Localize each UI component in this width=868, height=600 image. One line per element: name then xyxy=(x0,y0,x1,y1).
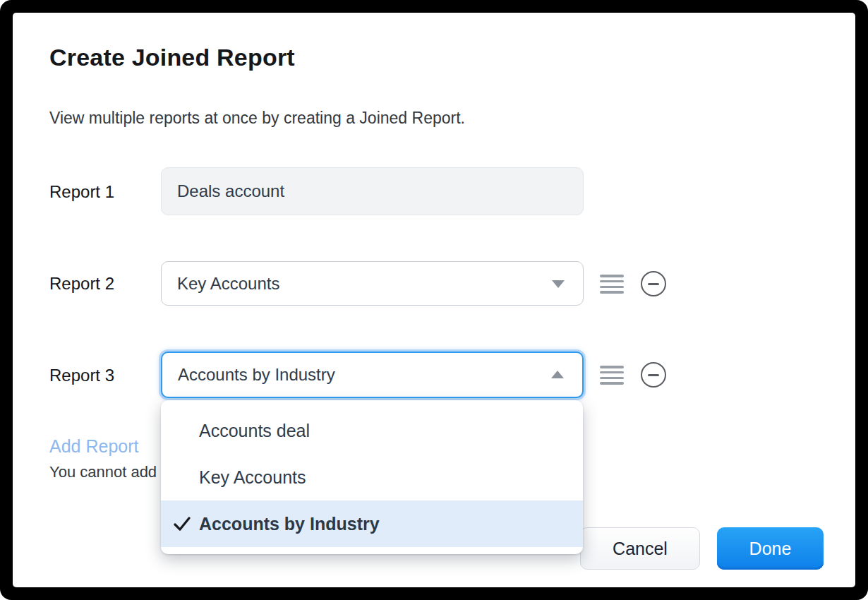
dropdown-option-accounts-deal[interactable]: Accounts deal xyxy=(161,407,583,454)
report-3-select[interactable]: Accounts by Industry xyxy=(161,352,584,398)
report-2-selected-value: Key Accounts xyxy=(177,274,279,294)
report-1-label: Report 1 xyxy=(49,182,114,202)
minus-icon xyxy=(648,374,659,376)
report-3-dropdown-menu: Accounts deal Key Accounts Accounts by I… xyxy=(161,400,583,554)
report-3-remove-button[interactable] xyxy=(641,362,666,388)
screen-frame: Create Joined Report View multiple repor… xyxy=(0,0,868,600)
report-2-drag-handle-icon[interactable] xyxy=(600,275,624,294)
dropdown-option-key-accounts[interactable]: Key Accounts xyxy=(161,454,583,500)
report-2-remove-button[interactable] xyxy=(641,271,666,296)
option-label: Key Accounts xyxy=(199,467,306,488)
report-2-label: Report 2 xyxy=(49,274,114,294)
report-3-selected-value: Accounts by Industry xyxy=(178,365,335,385)
dropdown-option-accounts-by-industry[interactable]: Accounts by Industry xyxy=(161,500,583,547)
done-button[interactable]: Done xyxy=(717,527,824,570)
report-1-field: Deals account xyxy=(161,167,584,215)
option-label: Accounts by Industry xyxy=(199,514,380,534)
caret-up-icon xyxy=(551,371,564,378)
report-3-drag-handle-icon[interactable] xyxy=(600,366,624,385)
report-1-value: Deals account xyxy=(177,181,284,201)
report-2-select[interactable]: Key Accounts xyxy=(161,261,584,306)
dialog-subtitle: View multiple reports at once by creatin… xyxy=(49,109,465,128)
caret-down-icon xyxy=(552,280,565,288)
option-label: Accounts deal xyxy=(199,421,310,441)
add-report-link[interactable]: Add Report xyxy=(49,436,138,457)
report-3-label: Report 3 xyxy=(49,366,114,385)
check-icon xyxy=(173,515,191,533)
cancel-button[interactable]: Cancel xyxy=(580,527,700,570)
dialog-title: Create Joined Report xyxy=(49,44,295,71)
minus-icon xyxy=(648,283,659,285)
add-report-note: You cannot add xyxy=(49,463,157,481)
